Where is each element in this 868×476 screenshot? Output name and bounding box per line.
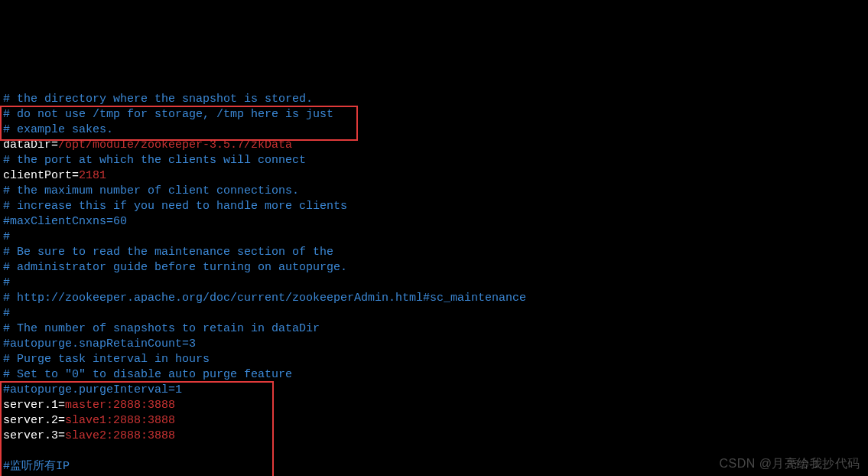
code-segment: # http://zookeeper.apache.org/doc/curren… (3, 292, 526, 305)
code-lines: # the directory where the snapshot is st… (0, 92, 868, 476)
code-segment: #autopurge.purgeInterval=1 (3, 383, 182, 396)
code-segment: server.2= (3, 414, 65, 427)
code-segment: clientPort= (3, 169, 79, 182)
code-line: # (0, 306, 868, 321)
code-segment: #maxClientCnxns=60 (3, 215, 127, 228)
code-segment: server.1= (3, 399, 65, 412)
code-line: # (0, 230, 868, 245)
code-line: # The number of snapshots to retain in d… (0, 321, 868, 337)
code-segment: # Purge task interval in hours (3, 353, 210, 366)
watermark: CSDN @月亮给我抄代码 (719, 456, 860, 471)
code-line: # http://zookeeper.apache.org/doc/curren… (0, 291, 868, 306)
code-segment: # administrator guide before turning on … (3, 261, 347, 274)
code-line: # Be sure to read the maintenance sectio… (0, 245, 868, 260)
code-line: # the directory where the snapshot is st… (0, 92, 868, 107)
code-line: clientPort=2181 (0, 168, 868, 184)
code-segment: dataDir= (3, 139, 58, 152)
code-segment: # the maximum number of client connectio… (3, 184, 299, 197)
code-segment: slave2:2888:3888 (65, 429, 175, 442)
code-segment: # (3, 460, 10, 473)
code-segment: master:2888:3888 (65, 399, 175, 412)
code-segment: # the port at which the clients will con… (3, 154, 306, 167)
code-segment: # The number of snapshots to retain in d… (3, 322, 320, 335)
code-line: # (0, 275, 868, 291)
code-segment: # the directory where the snapshot is st… (3, 93, 313, 106)
code-line: # Set to "0" to disable auto purge featu… (0, 367, 868, 383)
code-segment: 监听所有 (10, 460, 56, 473)
code-line: # administrator guide before turning on … (0, 260, 868, 275)
code-line: # the maximum number of client connectio… (0, 184, 868, 199)
code-line: # increase this if you need to handle mo… (0, 199, 868, 214)
code-line: #autopurge.snapRetainCount=3 (0, 337, 868, 352)
code-segment: # example sakes. (3, 123, 113, 136)
code-segment: # Set to "0" to disable auto purge featu… (3, 368, 292, 381)
code-segment: /opt/module/zookeeper-3.5.7/zkData (58, 139, 292, 152)
code-line: server.3=slave2:2888:3888 (0, 429, 868, 444)
code-segment: slave1:2888:3888 (65, 414, 175, 427)
code-line: #maxClientCnxns=60 (0, 214, 868, 230)
code-segment: # Be sure to read the maintenance sectio… (3, 246, 333, 259)
code-line: # Purge task interval in hours (0, 352, 868, 367)
code-segment: # increase this if you need to handle mo… (3, 200, 347, 213)
code-segment: # (3, 307, 10, 320)
code-segment: server.3= (3, 429, 65, 442)
code-segment: # do not use /tmp for storage, /tmp here… (3, 108, 333, 121)
code-line: server.1=master:2888:3888 (0, 398, 868, 413)
code-segment: # (3, 276, 10, 289)
code-segment: IP (56, 460, 70, 473)
code-segment: 2181 (79, 169, 106, 182)
code-line: # do not use /tmp for storage, /tmp here… (0, 107, 868, 122)
code-line: dataDir=/opt/module/zookeeper-3.5.7/zkDa… (0, 138, 868, 153)
code-line: #autopurge.purgeInterval=1 (0, 383, 868, 398)
terminal-code-block: # the directory where the snapshot is st… (0, 61, 868, 476)
code-line: # example sakes. (0, 122, 868, 138)
code-segment: #autopurge.snapRetainCount=3 (3, 337, 196, 350)
code-line: server.2=slave1:2888:3888 (0, 413, 868, 429)
code-segment: # (3, 230, 10, 243)
code-line: # the port at which the clients will con… (0, 153, 868, 168)
